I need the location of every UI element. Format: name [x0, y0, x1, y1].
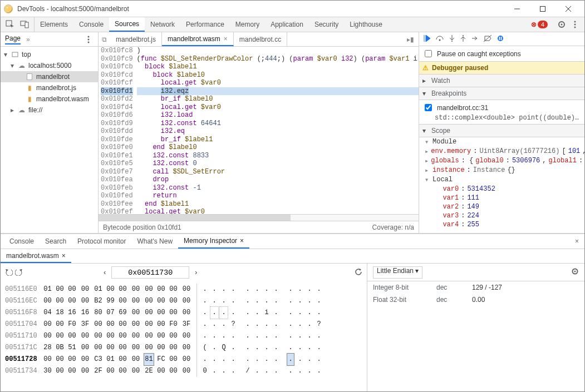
tab-application[interactable]: Application	[265, 17, 309, 32]
inspect-element-icon[interactable]	[5, 19, 15, 29]
svg-rect-13	[27, 74, 32, 80]
window-maximize-button[interactable]	[530, 1, 555, 17]
drawer-tab-protocol[interactable]: Protocol monitor	[72, 234, 131, 249]
tree-domain-host[interactable]: ▾☁localhost:5000	[1, 60, 98, 71]
navigator-tab-page[interactable]: Page	[5, 34, 21, 44]
scope-local-var[interactable]: var3: 224	[419, 211, 584, 220]
svg-point-15	[451, 41, 453, 42]
tree-script-wasm[interactable]: ▮mandelbrot.wasm	[1, 93, 98, 105]
tab-sources[interactable]: Sources	[109, 17, 145, 32]
drawer-close-icon[interactable]: ×	[569, 234, 584, 249]
file-tab-cc[interactable]: mandelbrot.cc	[234, 32, 287, 46]
svg-rect-1	[6, 21, 12, 26]
svg-rect-19	[501, 37, 502, 40]
debugger-paused-label: Debugger paused	[432, 64, 488, 72]
tab-memory[interactable]: Memory	[230, 17, 265, 32]
value-settings-gear-icon[interactable]	[571, 267, 579, 277]
window-close-button[interactable]	[555, 1, 581, 17]
svg-rect-3	[25, 22, 28, 28]
breakpoint-snippet: std::complex<double> point((double)x …	[422, 114, 581, 122]
window-title: DevTools - localhost:5000/mandelbrot	[17, 5, 504, 13]
horizontal-scrollbar[interactable]	[99, 214, 419, 221]
close-icon[interactable]: ×	[224, 35, 228, 43]
file-tab-js[interactable]: mandelbrot.js	[110, 32, 162, 46]
svg-point-20	[573, 269, 578, 274]
file-nav-back-icon[interactable]: ⧉	[99, 32, 110, 46]
tree-script-mandelbrot[interactable]: mandelbrot	[1, 71, 98, 82]
section-breakpoints[interactable]: ▾Breakpoints	[419, 87, 584, 100]
drawer-tab-console[interactable]: Console	[4, 234, 40, 249]
scope-local-var[interactable]: var0: 5314352	[419, 185, 584, 193]
close-icon[interactable]: ×	[240, 237, 244, 245]
scope-local-var[interactable]: var1: 111	[419, 193, 584, 202]
step-into-icon[interactable]	[449, 35, 455, 43]
resume-icon[interactable]	[424, 35, 430, 43]
value-row: Integer 8-bitdec129 / -127	[367, 281, 584, 294]
drawer-tab-whatsnew[interactable]: What's New	[131, 234, 178, 249]
svg-point-10	[88, 38, 90, 40]
navigator-pane: Page » ▾top ▾☁localhost:5000 mandelbrot …	[1, 32, 99, 233]
window-titlebar: DevTools - localhost:5000/mandelbrot	[1, 1, 584, 17]
devtools-favicon	[4, 4, 13, 13]
address-input[interactable]	[111, 266, 189, 279]
svg-point-14	[439, 39, 441, 41]
svg-point-6	[574, 21, 576, 23]
tab-performance[interactable]: Performance	[180, 17, 230, 32]
more-vert-icon[interactable]	[570, 19, 580, 29]
scope-local-var[interactable]: var4: 255	[419, 220, 584, 229]
tab-network[interactable]: Network	[145, 17, 180, 32]
value-row: Float 32-bitdec0.00	[367, 294, 584, 306]
section-scope[interactable]: ▾Scope	[419, 125, 584, 137]
settings-gear-icon[interactable]	[557, 19, 567, 29]
breakpoint-checkbox[interactable]	[425, 104, 432, 111]
navigator-more-chevron-icon[interactable]: »	[26, 36, 30, 43]
device-toolbar-icon[interactable]	[19, 19, 30, 29]
svg-point-11	[88, 41, 90, 43]
step-icon[interactable]	[471, 35, 478, 43]
step-over-icon[interactable]	[436, 35, 444, 43]
svg-point-21	[574, 271, 576, 272]
drawer-tab-memory-inspector[interactable]: Memory Inspector×	[178, 234, 249, 249]
deactivate-breakpoints-icon[interactable]	[484, 35, 491, 43]
history-fwd-icon[interactable]	[15, 268, 23, 277]
tree-frame-top[interactable]: ▾top	[1, 49, 98, 60]
coverage-status: Coverage: n/a	[372, 224, 414, 231]
endian-select[interactable]: Little Endian ▾	[373, 266, 422, 279]
close-icon[interactable]: ×	[62, 252, 66, 260]
run-snippet-icon[interactable]: ▸▮	[402, 32, 419, 46]
svg-rect-2	[21, 21, 26, 26]
bytecode-position: Bytecode position 0x10fd1	[103, 224, 181, 231]
pause-caught-checkbox[interactable]	[425, 50, 432, 57]
window-minimize-button[interactable]	[504, 1, 530, 17]
step-out-icon[interactable]	[460, 35, 466, 43]
scope-instance[interactable]: ▸instance: Instance {}	[419, 166, 584, 175]
history-back-icon[interactable]	[5, 268, 13, 277]
refresh-icon[interactable]	[355, 268, 362, 277]
file-tab-wasm[interactable]: mandelbrot.wasm×	[162, 32, 234, 46]
breakpoint-file-label[interactable]: mandelbrot.cc:31	[437, 104, 488, 112]
section-watch[interactable]: ▸Watch	[419, 75, 584, 87]
error-count[interactable]: ⊗4	[525, 17, 557, 32]
code-editor[interactable]: 0x010fc80x010fc90x010fcb0x010fcd0x010fcf…	[99, 47, 419, 214]
tab-security[interactable]: Security	[309, 17, 344, 32]
debugger-pane: Pause on caught exceptions ⚠Debugger pau…	[419, 32, 584, 233]
tab-lighthouse[interactable]: Lighthouse	[344, 17, 388, 32]
drawer-tab-search[interactable]: Search	[40, 234, 72, 249]
addr-prev-icon[interactable]: ‹	[104, 269, 106, 276]
navigator-more-icon[interactable]	[83, 34, 94, 44]
svg-point-5	[561, 24, 563, 26]
tab-console[interactable]: Console	[73, 17, 109, 32]
tree-script-js[interactable]: ▮mandelbrot.js	[1, 82, 98, 93]
tree-domain-file[interactable]: ▸☁file://	[1, 105, 98, 116]
scope-env-memory[interactable]: ▸env.memory: Uint8Array(16777216) [101, …	[419, 147, 584, 156]
tab-elements[interactable]: Elements	[35, 17, 73, 32]
scope-module[interactable]: ▾Module	[419, 137, 584, 147]
scope-local[interactable]: ▾Local	[419, 175, 584, 185]
pause-on-exceptions-icon[interactable]	[497, 35, 504, 43]
scope-local-var[interactable]: var2: 149	[419, 202, 584, 211]
memory-hex-table[interactable]: 005116E0010000000100000000000000........…	[1, 281, 367, 379]
addr-next-icon[interactable]: ›	[195, 269, 197, 276]
svg-point-7	[574, 24, 576, 26]
inspector-subtab-wasm[interactable]: mandelbrot.wasm×	[1, 249, 71, 263]
scope-globals[interactable]: ▸globals: {global0: 5306976, global1: 65…	[419, 156, 584, 166]
